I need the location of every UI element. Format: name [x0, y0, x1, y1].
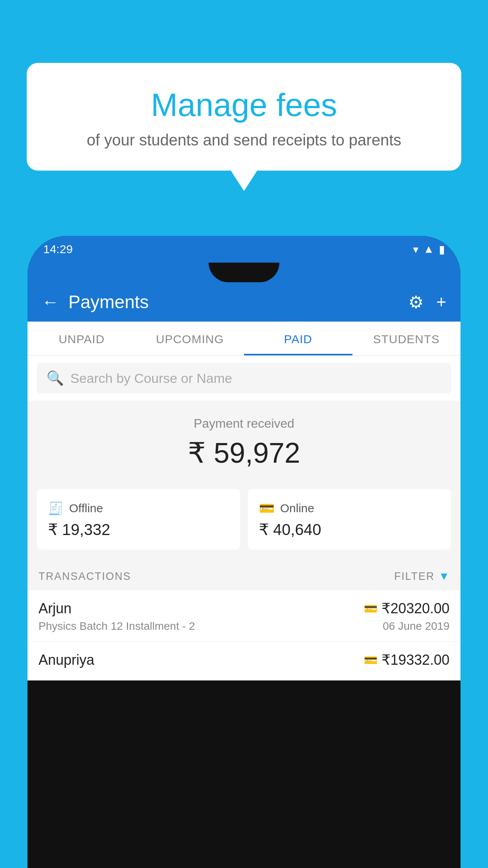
status-icons: ▾ ▲ ▮	[413, 243, 445, 256]
battery-icon: ▮	[439, 243, 445, 256]
status-time: 14:29	[43, 243, 73, 256]
online-icon: 💳	[259, 501, 275, 516]
transaction-row[interactable]: Anupriya 💳 ₹19332.00	[28, 641, 460, 680]
add-icon[interactable]: +	[436, 292, 446, 312]
payment-received-label: Payment received	[28, 416, 460, 431]
search-icon: 🔍	[46, 370, 64, 386]
tabs-bar: UNPAID UPCOMING PAID STUDENTS	[28, 322, 460, 356]
tab-upcoming[interactable]: UPCOMING	[136, 322, 244, 355]
transaction-bottom: Physics Batch 12 Installment - 2 06 June…	[39, 620, 449, 633]
speech-bubble: Manage fees of your students and send re…	[27, 63, 461, 171]
filter-label: FILTER	[394, 570, 435, 583]
transactions-header: TRANSACTIONS FILTER ▼	[28, 561, 460, 590]
transaction-mode-icon: 💳	[364, 654, 378, 667]
search-container: 🔍 Search by Course or Name	[28, 356, 460, 401]
transaction-amount-area: 💳 ₹19332.00	[364, 652, 449, 668]
notch	[209, 263, 279, 282]
speech-bubble-subtitle: of your students and send receipts to pa…	[46, 131, 442, 149]
offline-amount: ₹ 19,332	[48, 520, 229, 539]
app-header: ← Payments ⚙ +	[28, 282, 460, 322]
tab-students[interactable]: STUDENTS	[352, 322, 461, 355]
online-card-header: 💳 Online	[259, 501, 440, 516]
notch-area	[28, 263, 460, 282]
signal-icon: ▲	[423, 243, 434, 256]
transaction-top: Arjun 💳 ₹20320.00	[39, 600, 449, 617]
tab-paid[interactable]: PAID	[244, 322, 352, 355]
settings-icon[interactable]: ⚙	[408, 292, 424, 312]
transaction-date: 06 June 2019	[383, 620, 449, 633]
transaction-course: Physics Batch 12 Installment - 2	[39, 620, 195, 633]
filter-icon: ▼	[438, 570, 449, 583]
wifi-icon: ▾	[413, 243, 418, 256]
payment-received-amount: ₹ 59,972	[28, 436, 460, 469]
online-amount: ₹ 40,640	[259, 520, 440, 539]
offline-label: Offline	[69, 502, 103, 515]
transaction-top: Anupriya 💳 ₹19332.00	[39, 652, 449, 668]
offline-icon: 🧾	[48, 501, 64, 516]
search-bar[interactable]: 🔍 Search by Course or Name	[37, 363, 451, 394]
transaction-mode-icon: 💳	[364, 602, 378, 615]
payment-cards: 🧾 Offline ₹ 19,332 💳 Online ₹ 40,640	[28, 481, 460, 561]
offline-card-header: 🧾 Offline	[48, 501, 229, 516]
header-icons: ⚙ +	[408, 292, 446, 312]
transaction-name: Anupriya	[39, 652, 94, 668]
transactions-label: TRANSACTIONS	[39, 570, 131, 583]
search-placeholder: Search by Course or Name	[70, 371, 232, 386]
transaction-name: Arjun	[39, 600, 72, 617]
offline-card: 🧾 Offline ₹ 19,332	[37, 489, 240, 550]
transaction-amount: ₹19332.00	[382, 652, 449, 668]
transaction-row[interactable]: Arjun 💳 ₹20320.00 Physics Batch 12 Insta…	[28, 590, 460, 641]
status-bar: 14:29 ▾ ▲ ▮	[28, 236, 460, 263]
transaction-amount-area: 💳 ₹20320.00	[364, 600, 449, 617]
phone-frame: 14:29 ▾ ▲ ▮ ← Payments ⚙ + UNPAID UPCOMI…	[28, 236, 460, 868]
transaction-amount: ₹20320.00	[382, 600, 449, 617]
page-title: Payments	[68, 291, 408, 313]
back-button[interactable]: ←	[42, 292, 59, 312]
payment-received-section: Payment received ₹ 59,972	[28, 401, 460, 481]
filter-button[interactable]: FILTER ▼	[394, 570, 449, 583]
online-label: Online	[280, 502, 314, 515]
online-card: 💳 Online ₹ 40,640	[248, 489, 451, 550]
speech-bubble-title: Manage fees	[46, 86, 442, 123]
tab-unpaid[interactable]: UNPAID	[28, 322, 136, 355]
